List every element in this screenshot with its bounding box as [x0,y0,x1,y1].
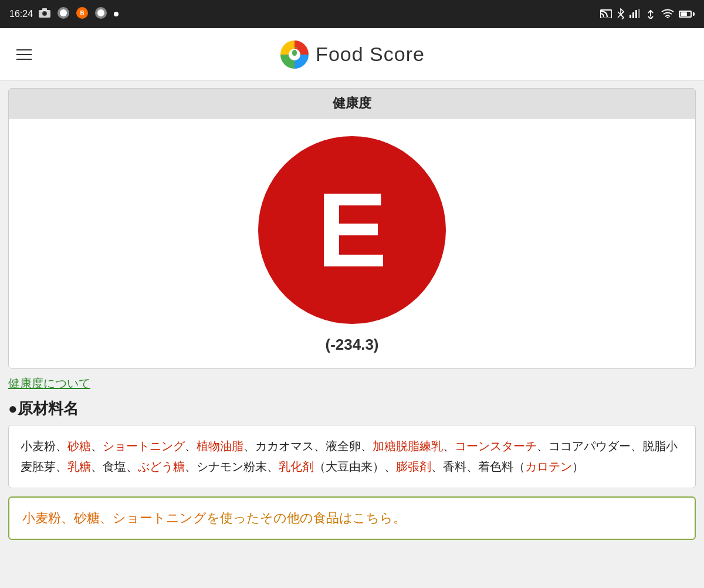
ingredients-box: 小麦粉、砂糖、ショートニング、植物油脂、カカオマス、液全卵、加糖脱脂練乳、コーン… [8,425,696,488]
logo-icon [279,39,310,70]
camera-icon [39,8,50,20]
ingredient-corn-starch: コーンスターチ [455,440,537,452]
svg-point-9 [97,9,104,16]
ingredient-shortening: ショートニング [103,440,185,452]
ingredient-emulsifier: 乳化剤 [279,460,314,473]
status-bar-left: 16:24 B [9,6,119,22]
score-grade: E [317,177,387,283]
bullet-icon: ● [8,400,18,417]
svg-rect-14 [629,15,631,18]
menu-button[interactable] [12,45,36,65]
bluetooth-icon [617,8,625,21]
app-bar: Food Score [0,28,704,81]
status-bar: 16:24 B [0,0,704,28]
ingredient-grape-sugar: ぶどう糖 [138,460,185,473]
related-highlighted: 小麦粉、砂糖、ショートニング [22,511,207,525]
ingredient-lactose: 乳糖 [67,460,91,473]
svg-rect-16 [635,10,637,18]
status-bar-right [600,8,695,21]
menu-icon [16,54,32,55]
svg-point-5 [60,9,67,16]
svg-rect-15 [632,12,634,18]
svg-point-18 [666,17,669,18]
ingredient-leavening: 膨張剤 [396,460,431,473]
ingredient-carotene: カロテン [525,460,572,473]
health-score-body: E (-234.3) [9,119,695,368]
health-score-card: 健康度 E (-234.3) [8,88,696,369]
ingredients-heading: ●原材料名 [8,398,696,419]
ingredient-sweetened-milk: 加糖脱脂練乳 [373,440,443,452]
svg-point-2 [43,12,46,15]
signal-icon [629,9,640,20]
menu-icon [16,49,32,50]
health-score-header: 健康度 [9,89,695,119]
second-indicator [94,6,108,22]
ingredient-sugar: 砂糖 [67,440,91,452]
svg-text:B: B [80,10,84,16]
main-content: 健康度 E (-234.3) 健康度について ●原材料名 小麦粉、砂糖、ショート… [0,81,704,588]
score-circle: E [258,136,446,324]
wifi-icon [661,9,674,20]
brave-icon: B [76,7,88,21]
ingredient-vegetable-oil: 植物油脂 [197,440,243,452]
svg-rect-17 [638,9,640,18]
app-logo: Food Score [279,39,425,70]
time-display: 16:24 [9,9,33,19]
related-text: を使ったその他の食品はこちら。 [207,511,406,525]
health-info-link[interactable]: 健康度について [8,376,90,391]
data-icon [645,8,656,21]
ingredients-label: 原材料名 [18,400,79,417]
related-foods-box[interactable]: 小麦粉、砂糖、ショートニングを使ったその他の食品はこちら。 [8,496,696,540]
app-title: Food Score [316,43,425,66]
score-value: (-234.3) [325,336,378,354]
dot-indicator [56,6,70,22]
status-dot [114,12,119,16]
cast-icon [600,9,612,20]
battery-icon [679,11,695,18]
svg-rect-3 [42,8,47,11]
menu-icon [16,59,32,60]
